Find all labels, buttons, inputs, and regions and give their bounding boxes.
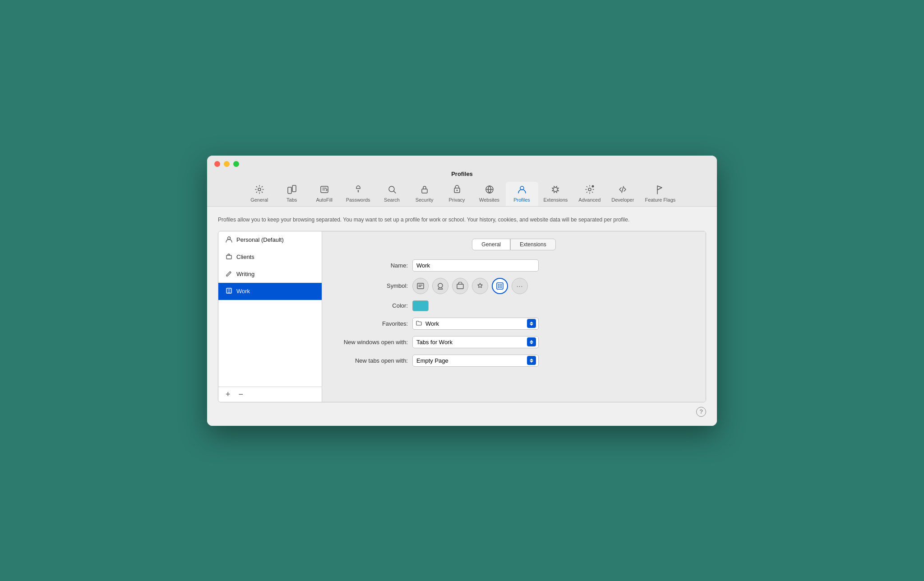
favorites-select[interactable]: Work <box>412 318 539 330</box>
remove-profile-button[interactable]: − <box>235 389 247 400</box>
symbol-btn-2[interactable] <box>432 278 448 294</box>
toolbar-item-general[interactable]: General <box>243 182 276 206</box>
person-icon <box>225 236 233 244</box>
toolbar-item-extensions[interactable]: Extensions <box>538 182 573 206</box>
toolbar-item-profiles[interactable]: Profiles <box>506 182 538 206</box>
toolbar-label-advanced: Advanced <box>578 197 601 203</box>
main-area: Personal (Default) Clients <box>218 231 706 402</box>
svg-rect-15 <box>226 255 231 259</box>
profile-item-clients[interactable]: Clients <box>218 249 322 266</box>
detail-tab-extensions[interactable]: Extensions <box>510 239 556 250</box>
favorites-label: Favorites: <box>331 320 408 327</box>
advanced-icon <box>585 184 595 196</box>
passwords-icon <box>353 184 363 196</box>
main-window: Profiles General T <box>207 156 717 426</box>
extensions-icon <box>550 184 560 196</box>
new-windows-select-wrapper: Tabs for Work <box>412 336 539 348</box>
color-swatch[interactable] <box>412 300 429 311</box>
toolbar-label-feature-flags: Feature Flags <box>645 197 675 203</box>
toolbar-item-search[interactable]: Search <box>376 182 408 206</box>
profile-item-work[interactable]: Work <box>218 283 322 300</box>
toolbar-label-general: General <box>250 197 268 203</box>
toolbar-item-passwords[interactable]: Passwords <box>341 182 376 206</box>
toolbar: General Tabs <box>241 182 683 206</box>
svg-rect-20 <box>497 283 503 289</box>
feature-flags-icon <box>655 184 665 196</box>
new-tabs-label: New tabs open with: <box>331 357 408 364</box>
profile-list-footer: + − <box>218 387 322 402</box>
new-tabs-select-wrapper: Empty Page <box>412 355 539 367</box>
symbol-btn-more[interactable]: ··· <box>512 278 528 294</box>
toolbar-item-security[interactable]: Security <box>408 182 441 206</box>
svg-rect-19 <box>457 284 463 289</box>
window-title: Profiles <box>451 171 473 177</box>
toolbar-item-advanced[interactable]: Advanced <box>573 182 606 206</box>
window-controls <box>214 161 239 167</box>
toolbar-label-privacy: Privacy <box>448 197 465 203</box>
new-tabs-select[interactable]: Empty Page <box>412 355 539 367</box>
svg-line-13 <box>622 186 624 193</box>
briefcase-icon <box>225 253 233 261</box>
developer-icon <box>618 184 628 196</box>
general-icon <box>254 184 264 196</box>
profile-label-clients: Clients <box>236 254 254 260</box>
profile-list-items: Personal (Default) Clients <box>218 231 322 387</box>
symbol-btn-4[interactable] <box>472 278 488 294</box>
security-icon <box>420 184 430 196</box>
profile-label-writing: Writing <box>236 271 254 277</box>
name-input[interactable] <box>412 259 539 272</box>
toolbar-item-tabs[interactable]: Tabs <box>276 182 308 206</box>
symbol-btn-3[interactable] <box>452 278 468 294</box>
profile-item-personal[interactable]: Personal (Default) <box>218 231 322 249</box>
toolbar-label-websites: Websites <box>479 197 499 203</box>
form-row-new-tabs: New tabs open with: Empty Page <box>331 355 697 367</box>
minimize-button[interactable] <box>224 161 230 167</box>
form-row-name: Name: <box>331 259 697 272</box>
building-icon <box>225 287 233 295</box>
toolbar-item-privacy[interactable]: Privacy <box>441 182 473 206</box>
form-row-color: Color: <box>331 300 697 311</box>
profiles-icon <box>517 184 527 196</box>
toolbar-label-developer: Developer <box>611 197 634 203</box>
svg-point-0 <box>258 188 261 191</box>
privacy-icon <box>452 184 462 196</box>
autofill-icon <box>319 184 329 196</box>
svg-point-11 <box>588 188 591 191</box>
tabs-icon <box>287 184 297 196</box>
help-area: ? <box>218 407 706 417</box>
websites-icon <box>485 184 494 196</box>
svg-point-18 <box>438 283 443 288</box>
name-label: Name: <box>331 262 408 269</box>
toolbar-label-extensions: Extensions <box>544 197 568 203</box>
svg-rect-17 <box>417 283 424 289</box>
new-windows-select[interactable]: Tabs for Work <box>412 336 539 348</box>
toolbar-item-developer[interactable]: Developer <box>606 182 639 206</box>
maximize-button[interactable] <box>233 161 239 167</box>
symbol-btn-1[interactable] <box>412 278 429 294</box>
search-icon <box>387 184 397 196</box>
symbol-options: ··· <box>412 278 528 294</box>
toolbar-item-feature-flags[interactable]: Feature Flags <box>639 182 681 206</box>
detail-tab-general[interactable]: General <box>472 239 510 250</box>
help-button[interactable]: ? <box>696 407 706 417</box>
form-row-favorites: Favorites: Work <box>331 318 697 330</box>
profile-label-personal: Personal (Default) <box>236 236 284 243</box>
content-area: Profiles allow you to keep your browsing… <box>207 207 717 426</box>
toolbar-item-websites[interactable]: Websites <box>473 182 506 206</box>
symbol-btn-5[interactable] <box>492 278 508 294</box>
profile-item-writing[interactable]: Writing <box>218 266 322 283</box>
svg-rect-2 <box>292 185 296 192</box>
profile-list: Personal (Default) Clients <box>218 231 322 402</box>
add-profile-button[interactable]: + <box>222 389 234 400</box>
pencil-icon <box>225 270 233 278</box>
toolbar-item-autofill[interactable]: AutoFill <box>308 182 341 206</box>
toolbar-label-profiles: Profiles <box>513 197 530 203</box>
symbol-label: Symbol: <box>331 282 408 289</box>
svg-point-12 <box>591 185 594 187</box>
svg-point-8 <box>456 189 457 191</box>
close-button[interactable] <box>214 161 220 167</box>
svg-rect-16 <box>226 288 231 293</box>
profile-label-work: Work <box>236 288 250 295</box>
toolbar-label-tabs: Tabs <box>286 197 297 203</box>
new-windows-label: New windows open with: <box>331 339 408 346</box>
